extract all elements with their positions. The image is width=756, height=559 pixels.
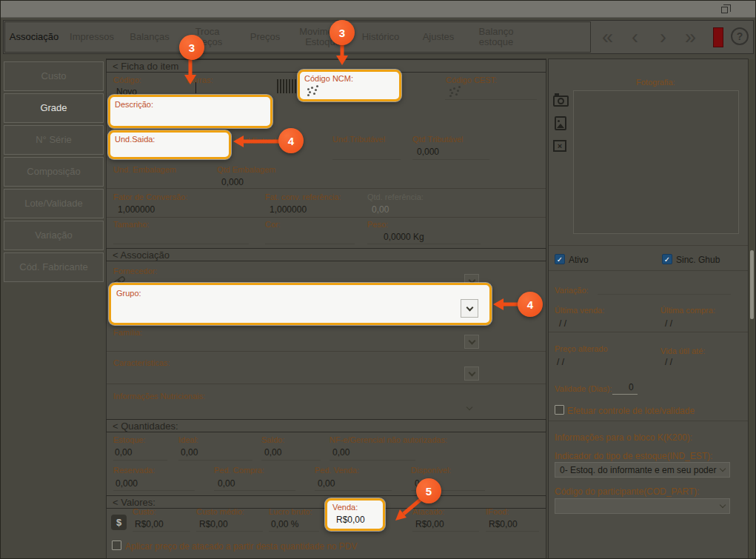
nav-last-icon[interactable]: »: [685, 23, 696, 51]
cor-label: Cor:: [265, 220, 281, 229]
peso-label: Peso:: [367, 220, 388, 229]
tab-historico[interactable]: Histórico: [352, 32, 409, 42]
grupo-field[interactable]: [109, 283, 492, 325]
money-icon: $: [111, 515, 127, 530]
field-line: [113, 460, 167, 461]
fat-conv-ref-label: Fat. conv. referência:: [265, 193, 341, 201]
restore-button[interactable]: [721, 7, 728, 13]
tab-ajustes[interactable]: Ajustes: [409, 32, 467, 42]
atacado-pdv-checkbox-label: Aplicar preço de atacado a partir desta …: [125, 541, 358, 552]
qtd-embalagem-label: Qtd Embalagem: [217, 165, 275, 174]
scrollbar-thumb[interactable]: [750, 250, 754, 319]
help-button[interactable]: ?: [731, 27, 749, 45]
sidebar-item-composicao[interactable]: Composição: [4, 157, 104, 187]
saldo-value: 0,00: [264, 447, 281, 458]
barcode-icon: [277, 79, 296, 93]
titlebar: [1, 1, 755, 18]
venda-value: R$0,00: [336, 515, 365, 525]
tab-associacao[interactable]: Associação: [5, 32, 63, 42]
ideal-label: Ideal:: [178, 435, 198, 444]
variacao-label: Variação:: [555, 286, 589, 295]
field-line: [367, 244, 481, 244]
field-line: [412, 531, 479, 532]
sidebar-item-lote-validade[interactable]: Lote/Validade: [4, 189, 104, 218]
ncm-label: Código NCM:: [304, 74, 353, 83]
cod-part-dropdown[interactable]: [555, 498, 730, 514]
descricao-label: Descrição:: [115, 100, 153, 109]
und-embalagem-label: Und. Embalagem: [113, 165, 176, 174]
tab-balanco-estoque[interactable]: Balanço estoque: [467, 27, 525, 47]
caracteristicas-label: Características:: [113, 358, 170, 367]
field-line: [261, 460, 321, 461]
ifood-label: IFood:: [486, 507, 509, 516]
qtd-ref-label: Qtd. referência:: [367, 193, 424, 201]
qtd-tributavel-value: 0,000: [417, 147, 439, 157]
bloco-k-label: Informações para o bloco K(K200):: [555, 432, 692, 443]
sidebar-item-n-serie[interactable]: N° Série: [4, 125, 104, 155]
sinc-ghub-label: Sinc. Ghub: [676, 255, 720, 265]
nav-next-icon[interactable]: ›: [660, 23, 666, 51]
delete-photo-icon[interactable]: ×: [553, 140, 566, 152]
field-line: [113, 244, 249, 244]
ped-venda-label: Ped. Venda:: [315, 466, 359, 475]
step-badge-5: 5: [416, 478, 441, 503]
nfe-value: 0,00: [332, 447, 349, 458]
ncm-lookup-icon[interactable]: [307, 88, 310, 90]
tab-precos[interactable]: Preços: [236, 32, 294, 42]
camera-icon[interactable]: [553, 96, 569, 107]
caracteristicas-dropdown-button[interactable]: [464, 366, 479, 381]
cest-lookup-icon[interactable]: [449, 89, 452, 91]
panel-divider: [549, 270, 748, 271]
nav-prev-icon[interactable]: ‹: [632, 23, 638, 51]
grupo-dropdown-button[interactable]: [461, 299, 478, 318]
ind-est-dropdown[interactable]: 0- Estoq. do informante e em seu poder: [555, 462, 730, 478]
field-line: [196, 531, 263, 532]
sidebar-item-custo[interactable]: Custo: [4, 61, 104, 91]
tab-impressos[interactable]: Impressos: [63, 32, 121, 42]
tab-balancas[interactable]: Balanças: [121, 32, 178, 42]
field-line: [486, 531, 539, 532]
validade-value[interactable]: 0: [629, 382, 634, 392]
ind-est-label: Indicador do tipo de estoque(IND_EST):: [555, 451, 712, 461]
info-nutricionais-label: Informações Nutricionais:: [113, 392, 205, 401]
callout-arrow-down: [184, 60, 197, 85]
panel-divider: [549, 245, 748, 246]
nav-first-icon[interactable]: «: [602, 23, 613, 51]
disponivel-label: Disponível:: [411, 466, 451, 475]
ifood-value: R$0,00: [489, 519, 518, 529]
validade-label: Validade (Dias):: [555, 384, 612, 393]
variacao-underline[interactable]: [598, 294, 731, 295]
custo-value: R$0,00: [135, 519, 164, 529]
sidebar-item-grade[interactable]: Grade: [4, 93, 104, 123]
custo-medio-label: Custo médio:: [196, 507, 244, 516]
lote-validade-checkbox[interactable]: [555, 405, 564, 415]
ativo-checkbox[interactable]: ✓: [555, 254, 565, 264]
section-header-associacao[interactable]: < Associação: [106, 248, 546, 261]
ultima-venda-value: / /: [559, 318, 566, 329]
row-divider: [107, 217, 546, 218]
lote-validade-checkbox-label: Efetuar controle de lote/validade: [567, 406, 695, 416]
field-line: [332, 159, 401, 160]
row-divider: [107, 188, 546, 189]
estoque-label: Estoque:: [113, 435, 145, 444]
panel-divider: [549, 332, 748, 332]
fat-conv-ref-value: 1,000000: [270, 204, 307, 215]
tab-strip: Associação Impressos Balanças Troca Preç…: [4, 21, 591, 53]
familia-dropdown-button[interactable]: [464, 335, 479, 349]
atacado-pdv-checkbox[interactable]: [112, 540, 121, 550]
step-badge-3a: 3: [179, 35, 204, 60]
sidebar-item-variacao[interactable]: Variação: [4, 221, 104, 250]
cod-part-label: Código do participante(COD_PART):: [555, 486, 700, 497]
vida-util-label: Vida útil até:: [660, 347, 705, 355]
callout-arrow-down: [335, 44, 349, 66]
section-header-quantidades[interactable]: < Quantidades:: [106, 419, 546, 432]
step-badge-4a: 4: [278, 128, 304, 153]
ped-compra-label: Ped. Compra:: [214, 466, 264, 475]
sidebar-item-cod-fabricante[interactable]: Cód. Fabricante: [4, 252, 104, 282]
step-badge-3b: 3: [330, 20, 355, 45]
reservada-value: 0,000: [116, 478, 138, 489]
field-line: [315, 490, 392, 491]
sinc-ghub-checkbox[interactable]: ✓: [662, 254, 672, 264]
image-file-icon[interactable]: [555, 116, 566, 130]
field-line: [214, 490, 295, 491]
